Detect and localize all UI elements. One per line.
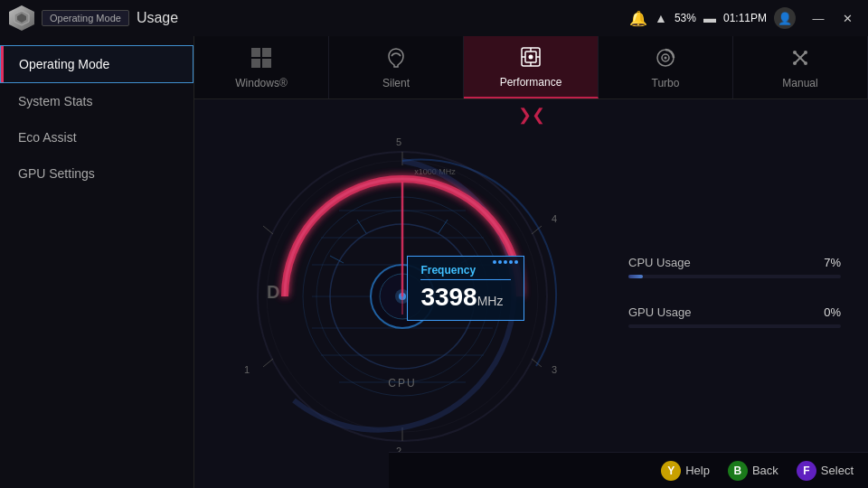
titlebar-left: Operating Mode Usage (9, 5, 178, 31)
wifi-icon: ▲ (655, 11, 667, 25)
tab-silent[interactable]: Silent (329, 36, 464, 99)
app-logo (9, 5, 34, 31)
tab-performance[interactable]: Performance (464, 36, 599, 99)
gpu-usage-header: GPU Usage 0% (628, 305, 841, 319)
tab-windows-label: Windows® (235, 77, 288, 89)
svg-point-19 (804, 51, 807, 54)
battery-icon: ▬ (703, 11, 716, 25)
close-button[interactable]: ✕ (835, 6, 859, 30)
tab-turbo-label: Turbo (652, 77, 680, 89)
manual-icon (788, 46, 812, 73)
back-label: Back (752, 464, 778, 477)
sidebar-item-operating-mode[interactable]: Operating Mode (0, 45, 193, 83)
cpu-gauge: D 5 4 3 2 (222, 120, 601, 464)
frequency-unit: MHz (477, 293, 504, 307)
frequency-value: 3398MHz (420, 283, 511, 311)
sidebar-item-eco-assist[interactable]: Eco Assist (0, 119, 193, 155)
svg-text:CPU: CPU (388, 377, 416, 389)
svg-line-28 (263, 359, 273, 367)
b-icon: B (728, 461, 748, 481)
notification-bell-icon: 🔔 (629, 10, 647, 27)
svg-point-20 (793, 61, 797, 65)
clock: 01:11PM (723, 12, 767, 24)
cpu-usage-label: CPU Usage (628, 256, 691, 269)
turbo-icon (654, 46, 677, 73)
svg-rect-4 (251, 59, 260, 68)
svg-line-49 (439, 220, 448, 233)
popup-dots (493, 259, 518, 263)
battery-percent: 53% (675, 12, 696, 24)
tab-turbo[interactable]: Turbo (599, 36, 733, 99)
user-avatar: 👤 (774, 7, 796, 29)
cpu-usage-header: CPU Usage 7% (628, 256, 841, 269)
gpu-usage-bar (628, 324, 841, 328)
silent-icon (384, 46, 408, 73)
cpu-usage-fill (628, 275, 643, 278)
svg-text:4: 4 (552, 213, 557, 224)
main-content: Windows® Silent (194, 36, 868, 488)
frequency-popup: Frequency 3398MHz (407, 255, 524, 321)
svg-point-15 (665, 56, 667, 59)
cpu-usage-bar (628, 275, 841, 278)
help-button[interactable]: Y Help (661, 461, 710, 481)
select-label: Select (821, 464, 854, 477)
mode-tabs: Windows® Silent (194, 36, 868, 99)
status-icons: 🔔 ▲ 53% ▬ 01:11PM 👤 (629, 7, 796, 29)
select-button[interactable]: F Select (797, 461, 854, 481)
y-icon: Y (661, 461, 681, 481)
tab-manual[interactable]: Manual (733, 36, 868, 99)
svg-text:3: 3 (552, 364, 557, 375)
titlebar: Operating Mode Usage 🔔 ▲ 53% ▬ 01:11PM 👤… (0, 0, 868, 36)
tab-silent-label: Silent (382, 77, 410, 89)
svg-text:1: 1 (244, 364, 250, 375)
svg-point-21 (804, 61, 807, 65)
svg-rect-3 (262, 48, 271, 57)
gpu-usage-stat: GPU Usage 0% (628, 305, 841, 328)
sidebar: Operating Mode System Stats Eco Assist G… (0, 36, 194, 488)
app-title: Usage (137, 10, 178, 26)
f-icon: F (797, 461, 816, 481)
help-label: Help (685, 464, 710, 477)
frequency-label: Frequency (420, 263, 511, 279)
gpu-usage-label: GPU Usage (628, 305, 691, 319)
windows-icon (250, 46, 273, 73)
stats-panel: CPU Usage 7% GPU Usage 0% (601, 238, 868, 346)
svg-line-29 (263, 226, 273, 234)
svg-rect-5 (262, 59, 271, 68)
window-controls: — ✕ (807, 6, 859, 30)
sidebar-item-system-stats[interactable]: System Stats (0, 83, 193, 119)
svg-text:5: 5 (396, 136, 401, 147)
svg-rect-2 (251, 48, 260, 57)
cpu-usage-stat: CPU Usage 7% (628, 256, 841, 278)
gauge-area: D 5 4 3 2 (194, 131, 868, 452)
tab-performance-label: Performance (500, 76, 562, 89)
svg-point-12 (529, 54, 533, 59)
cpu-usage-value: 7% (824, 256, 841, 269)
tab-manual-label: Manual (782, 77, 817, 89)
titlebar-right: 🔔 ▲ 53% ▬ 01:11PM 👤 — ✕ (629, 6, 859, 30)
sidebar-item-gpu-settings[interactable]: GPU Settings (0, 155, 193, 192)
minimize-button[interactable]: — (807, 6, 830, 30)
titlebar-tooltip: Operating Mode (42, 10, 129, 26)
svg-point-18 (793, 51, 797, 54)
svg-line-47 (357, 220, 366, 233)
performance-icon (519, 45, 542, 72)
tab-windows[interactable]: Windows® (194, 36, 329, 99)
gpu-usage-value: 0% (824, 305, 841, 319)
back-button[interactable]: B Back (728, 461, 778, 481)
bottom-bar: Y Help B Back F Select (389, 452, 868, 488)
